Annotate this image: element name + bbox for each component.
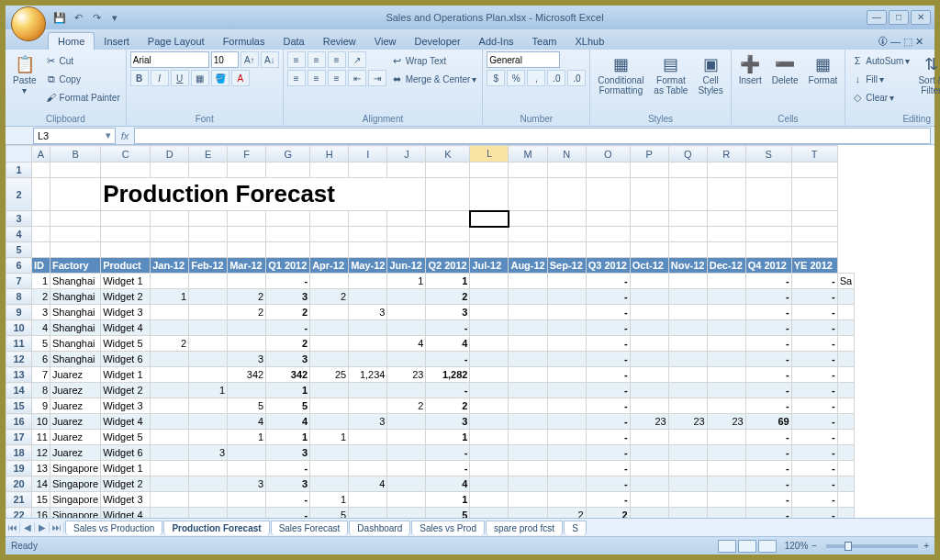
data-cell[interactable] xyxy=(228,274,266,289)
clear-button[interactable]: ◇Clear ▾ xyxy=(849,88,912,106)
qat-redo[interactable]: ↷ xyxy=(88,9,105,26)
data-cell[interactable] xyxy=(189,398,228,414)
data-cell[interactable]: - xyxy=(791,492,837,508)
col-header-P[interactable]: P xyxy=(630,146,668,162)
data-cell[interactable]: 1 xyxy=(228,430,266,445)
col-header-E[interactable]: E xyxy=(189,146,228,162)
data-cell[interactable] xyxy=(310,352,349,367)
close-button[interactable]: ✕ xyxy=(911,10,931,25)
data-cell[interactable] xyxy=(509,289,547,305)
data-cell[interactable] xyxy=(470,289,509,305)
data-cell[interactable] xyxy=(151,274,189,289)
sheet-tab[interactable]: Sales vs Prod xyxy=(411,521,485,535)
data-cell[interactable]: - xyxy=(791,398,837,414)
data-cell[interactable]: - xyxy=(426,383,470,398)
data-cell[interactable]: 5 xyxy=(310,508,349,519)
align-right-button[interactable]: ≡ xyxy=(328,70,346,86)
header-cell[interactable]: ID xyxy=(32,258,50,274)
cell-id[interactable]: 4 xyxy=(32,320,50,336)
sheet-nav-next[interactable]: ▶ xyxy=(35,522,50,532)
data-cell[interactable]: - xyxy=(266,492,310,508)
data-cell[interactable]: - xyxy=(745,367,791,383)
header-cell[interactable]: Q4 2012 xyxy=(745,258,791,274)
data-cell[interactable] xyxy=(470,476,509,492)
header-cell[interactable]: YE 2012 xyxy=(791,258,837,274)
cell-product[interactable]: Widget 5 xyxy=(101,336,151,352)
increase-decimal-button[interactable]: .0 xyxy=(547,70,565,86)
data-cell[interactable] xyxy=(387,461,426,476)
data-cell[interactable]: - xyxy=(586,476,630,492)
data-cell[interactable] xyxy=(707,476,745,492)
tab-page-layout[interactable]: Page Layout xyxy=(139,33,214,50)
data-cell[interactable]: - xyxy=(791,320,837,336)
col-header-Q[interactable]: Q xyxy=(668,146,707,162)
data-cell[interactable] xyxy=(189,320,228,336)
qat-save[interactable]: 💾 xyxy=(51,9,68,26)
format-painter-button[interactable]: 🖌Format Painter xyxy=(43,88,122,106)
data-cell[interactable] xyxy=(151,430,189,445)
format-as-table-button[interactable]: ▤Formatas Table xyxy=(650,51,691,97)
row-header-21[interactable]: 21 xyxy=(6,492,32,508)
data-cell[interactable] xyxy=(668,398,707,414)
data-cell[interactable]: 23 xyxy=(630,414,668,430)
row-header-12[interactable]: 12 xyxy=(6,352,32,367)
col-header-S[interactable]: S xyxy=(745,146,791,162)
col-header-R[interactable]: R xyxy=(707,146,745,162)
tab-view[interactable]: View xyxy=(365,33,406,50)
data-cell[interactable]: 3 xyxy=(426,414,470,430)
data-cell[interactable] xyxy=(151,305,189,320)
data-cell[interactable]: 2 xyxy=(228,289,266,305)
data-cell[interactable] xyxy=(387,492,426,508)
data-cell[interactable]: - xyxy=(791,414,837,430)
data-cell[interactable] xyxy=(349,508,387,519)
data-cell[interactable]: 5 xyxy=(426,508,470,519)
data-cell[interactable] xyxy=(547,414,586,430)
cell-factory[interactable]: Juarez xyxy=(50,398,101,414)
data-cell[interactable] xyxy=(630,383,668,398)
data-cell[interactable] xyxy=(151,320,189,336)
percent-button[interactable]: % xyxy=(507,70,525,86)
row-header-9[interactable]: 9 xyxy=(6,305,32,320)
data-cell[interactable]: - xyxy=(745,289,791,305)
data-cell[interactable]: - xyxy=(745,476,791,492)
cell-id[interactable]: 10 xyxy=(32,414,50,430)
header-cell[interactable]: Q1 2012 xyxy=(266,258,310,274)
fill-button[interactable]: ↓Fill ▾ xyxy=(849,70,912,88)
data-cell[interactable] xyxy=(310,274,349,289)
data-cell[interactable]: - xyxy=(266,508,310,519)
data-cell[interactable] xyxy=(310,461,349,476)
data-cell[interactable] xyxy=(547,305,586,320)
row-header-11[interactable]: 11 xyxy=(6,336,32,352)
formula-input[interactable] xyxy=(134,128,931,144)
data-cell[interactable] xyxy=(837,398,854,414)
data-cell[interactable] xyxy=(630,398,668,414)
data-cell[interactable]: 4 xyxy=(426,476,470,492)
data-cell[interactable] xyxy=(509,320,547,336)
row-header-6[interactable]: 6 xyxy=(6,258,32,274)
cell-id[interactable]: 1 xyxy=(32,274,50,289)
data-cell[interactable] xyxy=(630,274,668,289)
data-cell[interactable]: 3 xyxy=(266,445,310,461)
align-top-button[interactable]: ≡ xyxy=(287,51,306,68)
fill-color-button[interactable]: 🪣 xyxy=(211,70,229,86)
data-cell[interactable] xyxy=(668,274,707,289)
data-cell[interactable] xyxy=(470,492,509,508)
data-cell[interactable]: - xyxy=(791,461,837,476)
data-cell[interactable] xyxy=(837,289,854,305)
title-cell[interactable]: Production Forecast xyxy=(101,178,426,211)
header-cell[interactable]: Q3 2012 xyxy=(586,258,630,274)
data-cell[interactable] xyxy=(189,508,228,519)
data-cell[interactable] xyxy=(228,336,266,352)
data-cell[interactable] xyxy=(668,461,707,476)
data-cell[interactable] xyxy=(837,305,854,320)
font-size-select[interactable] xyxy=(211,51,239,68)
col-header-I[interactable]: I xyxy=(349,146,387,162)
data-cell[interactable]: 2 xyxy=(266,305,310,320)
data-cell[interactable]: 25 xyxy=(310,367,349,383)
data-cell[interactable] xyxy=(228,508,266,519)
data-cell[interactable]: 69 xyxy=(745,414,791,430)
col-header-G[interactable]: G xyxy=(266,146,310,162)
cell-product[interactable]: Widget 2 xyxy=(101,289,151,305)
data-cell[interactable] xyxy=(349,289,387,305)
cell-product[interactable]: Widget 4 xyxy=(101,414,151,430)
